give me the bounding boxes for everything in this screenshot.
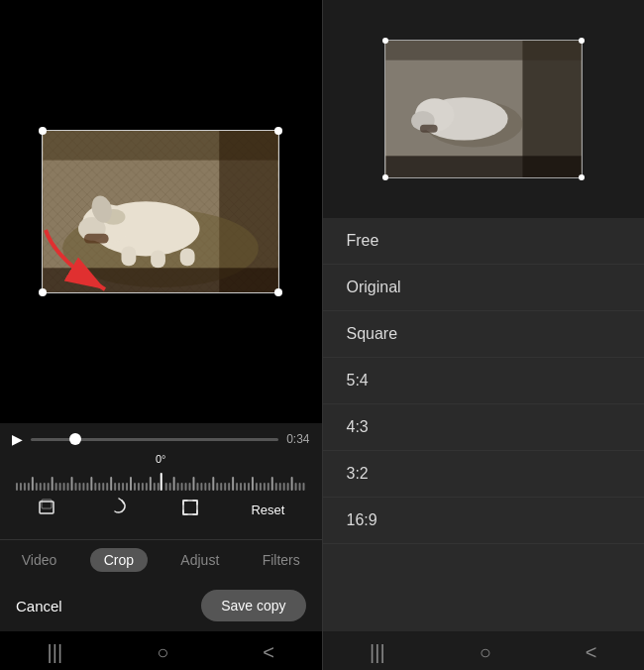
- aspect-ratio-5-4[interactable]: 5:4: [323, 358, 645, 404]
- svg-rect-69: [216, 483, 218, 491]
- svg-rect-80: [260, 483, 262, 491]
- tab-adjust[interactable]: Adjust: [170, 548, 229, 572]
- ruler-ticks-container: [12, 469, 310, 493]
- right-video-content: [385, 41, 582, 177]
- svg-rect-49: [138, 483, 140, 491]
- svg-rect-11: [180, 249, 195, 267]
- right-crop-handle-tl[interactable]: [382, 38, 388, 44]
- right-crop-handle-br[interactable]: [579, 174, 585, 180]
- save-copy-button[interactable]: Save copy: [201, 590, 305, 621]
- svg-rect-40: [102, 483, 104, 491]
- svg-rect-74: [236, 483, 238, 491]
- svg-rect-73: [232, 477, 234, 491]
- svg-rect-27: [52, 477, 54, 491]
- svg-rect-30: [63, 483, 65, 491]
- right-nav-home-icon[interactable]: ○: [480, 641, 491, 664]
- svg-rect-47: [130, 477, 132, 491]
- svg-rect-83: [271, 477, 273, 491]
- video-area: [0, 0, 322, 423]
- expand-icon[interactable]: [179, 497, 201, 523]
- svg-rect-86: [283, 483, 285, 491]
- svg-rect-97: [385, 41, 581, 60]
- rotate-icon[interactable]: [108, 497, 130, 523]
- svg-rect-85: [279, 483, 281, 491]
- aspect-ratio-3-2[interactable]: 3:2: [323, 451, 645, 498]
- controls-area: ▶ 0:34 0°: [0, 423, 322, 539]
- svg-rect-79: [256, 483, 258, 491]
- svg-rect-87: [287, 483, 289, 491]
- crop-handle-tr[interactable]: [274, 127, 282, 135]
- video-thumbnail[interactable]: [42, 130, 279, 293]
- right-video-area: [323, 0, 645, 218]
- nav-back-icon[interactable]: <: [263, 641, 274, 664]
- aspect-ratio-16-9[interactable]: 16:9: [323, 498, 645, 544]
- nav-home-icon[interactable]: ○: [157, 641, 168, 664]
- play-button[interactable]: ▶: [12, 431, 23, 447]
- right-nav-menu-icon[interactable]: |||: [370, 641, 385, 664]
- cancel-button[interactable]: Cancel: [16, 598, 62, 614]
- svg-rect-67: [208, 483, 210, 491]
- svg-rect-41: [106, 483, 108, 491]
- svg-rect-29: [59, 483, 61, 491]
- end-time-label: 0:34: [286, 432, 309, 446]
- svg-rect-55: [161, 473, 162, 491]
- svg-rect-72: [228, 483, 230, 491]
- svg-rect-70: [220, 483, 222, 491]
- svg-rect-43: [114, 483, 116, 491]
- svg-rect-35: [82, 483, 84, 491]
- svg-rect-34: [78, 483, 80, 491]
- rotation-ruler[interactable]: [12, 469, 310, 493]
- svg-rect-77: [248, 483, 250, 491]
- timeline-thumb[interactable]: [69, 433, 81, 445]
- rotation-value: 0°: [156, 453, 166, 465]
- svg-rect-45: [122, 483, 124, 491]
- svg-rect-44: [118, 483, 120, 491]
- svg-rect-33: [74, 483, 76, 491]
- tab-filters[interactable]: Filters: [253, 548, 310, 572]
- svg-rect-65: [200, 483, 202, 491]
- crop-handle-bl[interactable]: [39, 288, 47, 296]
- tab-crop[interactable]: Crop: [90, 548, 148, 572]
- svg-rect-54: [158, 483, 160, 491]
- crop-handle-br[interactable]: [274, 288, 282, 296]
- timeline-track[interactable]: [31, 438, 278, 441]
- svg-rect-88: [291, 477, 293, 491]
- nav-menu-icon[interactable]: |||: [48, 641, 63, 664]
- svg-rect-89: [295, 483, 297, 491]
- svg-rect-68: [212, 477, 214, 491]
- svg-rect-53: [154, 483, 156, 491]
- svg-rect-52: [150, 477, 152, 491]
- rotation-row: 0°: [12, 453, 310, 465]
- svg-rect-37: [90, 477, 92, 491]
- left-nav-bar: ||| ○ <: [0, 631, 322, 670]
- right-panel: Free Original Square 5:4 4:3 3:2 16:9 ||…: [323, 0, 645, 670]
- reset-button[interactable]: Reset: [251, 502, 284, 517]
- svg-rect-66: [204, 483, 206, 491]
- svg-rect-20: [24, 483, 26, 491]
- crop-ratio-icon[interactable]: [37, 497, 58, 523]
- aspect-ratio-original[interactable]: Original: [323, 265, 645, 311]
- svg-rect-56: [165, 483, 167, 491]
- svg-rect-71: [224, 483, 226, 491]
- right-crop-handle-tr[interactable]: [579, 38, 585, 44]
- svg-rect-39: [98, 483, 100, 491]
- svg-rect-9: [122, 247, 137, 267]
- svg-rect-91: [303, 483, 305, 491]
- svg-rect-14: [44, 268, 278, 292]
- svg-rect-76: [244, 483, 246, 491]
- aspect-ratio-4-3[interactable]: 4:3: [323, 404, 645, 451]
- tab-bar: Video Crop Adjust Filters: [0, 539, 322, 580]
- right-nav-back-icon[interactable]: <: [586, 641, 597, 664]
- aspect-ratio-free[interactable]: Free: [323, 218, 645, 265]
- svg-rect-46: [126, 483, 128, 491]
- right-nav-bar: ||| ○ <: [323, 631, 645, 670]
- svg-rect-59: [177, 483, 179, 491]
- svg-rect-61: [185, 483, 187, 491]
- aspect-ratio-square[interactable]: Square: [323, 311, 645, 358]
- svg-rect-82: [268, 483, 269, 491]
- svg-rect-75: [240, 483, 242, 491]
- svg-rect-50: [142, 483, 144, 491]
- svg-rect-48: [134, 483, 136, 491]
- tab-video[interactable]: Video: [12, 548, 67, 572]
- right-crop-handle-bl[interactable]: [382, 174, 388, 180]
